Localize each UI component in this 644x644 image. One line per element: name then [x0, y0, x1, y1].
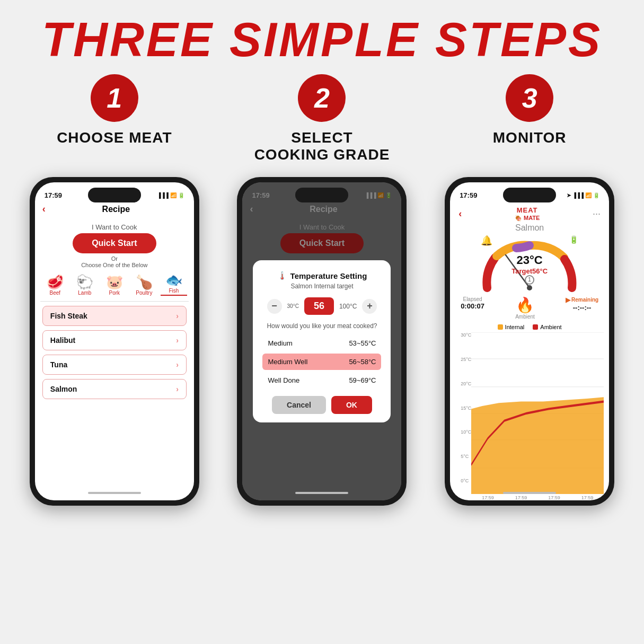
phone-3: 17:59 ➤ ▐▐▐ 📶 🔋 ‹ MEAT 🍖 MATE ··· Salmon — [445, 177, 614, 506]
fish-item-label-3: Salmon — [50, 385, 77, 393]
legend-internal: Internal — [498, 324, 525, 330]
ambient-stat: 🔥 Ambient — [515, 296, 535, 320]
chart-x-axis: 17:59 17:59 17:59 17:59 — [471, 494, 604, 500]
probe-circle: 1 — [525, 275, 534, 285]
remaining-label: ▶ Remaining — [566, 296, 598, 304]
cooking-option-0[interactable]: Medium 53~55°C — [262, 335, 381, 351]
fish-item-0[interactable]: Fish Steak › — [42, 306, 187, 326]
modal-ok-button[interactable]: OK — [331, 396, 372, 414]
modal-title: 🌡️ Temperature Setting — [262, 271, 381, 280]
meat-lamb[interactable]: 🐑 Lamb — [72, 275, 98, 296]
phone-3-header: ‹ MEAT 🍖 MATE ··· — [450, 204, 609, 223]
step-1-col: 1 CHOOSE MEAT — [19, 74, 210, 155]
pork-label: Pork — [109, 290, 120, 296]
chart-y-axis: 30°C 25°C 20°C 15°C 10°C 5°C 0°C — [461, 332, 471, 484]
step-1-label: CHOOSE MEAT — [57, 129, 172, 146]
phone-1-fish-list: Fish Steak › Halibut › Tuna › Salmon › — [35, 306, 194, 399]
phone-3-back-icon[interactable]: ‹ — [458, 208, 462, 219]
fish-label: Fish — [169, 288, 179, 294]
phone-3-legend: Internal Ambient — [450, 322, 609, 332]
y-20: 20°C — [461, 381, 471, 386]
phone-1-meat-icons: 🥩 Beef 🐑 Lamb 🐷 Pork 🍗 Poultry 🐟 — [35, 272, 194, 296]
x-label-0: 17:59 — [482, 495, 494, 500]
y-15: 15°C — [461, 405, 471, 411]
phone-3-stats: Elapsed 0:00:07 🔥 Ambient ▶ Remaining --… — [450, 294, 609, 322]
poultry-label: Poultry — [136, 290, 152, 296]
meat-beef[interactable]: 🥩 Beef — [42, 275, 68, 296]
cooking-option-2[interactable]: Well Done 59~69°C — [262, 372, 381, 389]
temp-min-label: 30°C — [287, 303, 299, 309]
phone-3-status-icons: ➤ ▐▐▐ 📶 🔋 — [567, 192, 599, 198]
phone-1-home-bar — [88, 492, 141, 494]
svg-point-1 — [527, 285, 532, 290]
phone-2-modal-overlay: 🌡️ Temperature Setting Salmon Internal t… — [242, 182, 401, 500]
temp-row: − 30°C 56 100°C + — [262, 297, 381, 315]
temp-plus-button[interactable]: + — [362, 299, 377, 314]
phone-2-screen: 17:59 ▐▐▐ 📶 🔋 ‹ Recipe I Want to Cook Qu… — [242, 182, 401, 500]
phone-2-modal: 🌡️ Temperature Setting Salmon Internal t… — [253, 260, 391, 422]
phone-1-choose-text: Choose One of the Below — [35, 262, 194, 268]
y-25: 25°C — [461, 357, 471, 362]
gauge-probe-num: 1 — [511, 275, 548, 285]
app-title-mate: 🍖 MATE — [515, 215, 540, 221]
quick-start-button-1[interactable]: Quick Start — [73, 233, 156, 253]
elapsed-label: Elapsed — [461, 296, 484, 302]
meat-poultry[interactable]: 🍗 Poultry — [131, 275, 157, 296]
phone-2: 17:59 ▐▐▐ 📶 🔋 ‹ Recipe I Want to Cook Qu… — [237, 177, 407, 506]
phone-3-chart: 30°C 25°C 20°C 15°C 10°C 5°C 0°C — [450, 332, 609, 501]
cooking-name-2: Well Done — [268, 376, 299, 384]
y-30: 30°C — [461, 332, 471, 338]
step-2-label: SELECT COOKING GRADE — [254, 129, 390, 163]
phone-3-app-title: MEAT 🍖 MATE — [515, 207, 540, 220]
step-2-col: 2 SELECT COOKING GRADE — [226, 74, 417, 172]
phone-3-time: 17:59 — [460, 191, 477, 199]
battery-icon: 🔋 — [178, 192, 184, 198]
meat-pork[interactable]: 🐷 Pork — [101, 275, 128, 296]
modal-subtitle: Salmon Internal target — [262, 283, 381, 290]
legend-internal-label: Internal — [505, 324, 525, 330]
signal-icon-3: ▐▐▐ — [572, 192, 584, 198]
poultry-icon: 🍗 — [136, 275, 153, 290]
fish-item-2[interactable]: Tuna › — [42, 355, 187, 375]
fish-item-1[interactable]: Halibut › — [42, 330, 187, 350]
modal-cancel-button[interactable]: Cancel — [272, 396, 326, 414]
x-label-3: 17:59 — [581, 495, 594, 500]
phone-3-home-bar — [503, 492, 556, 494]
elapsed-stat: Elapsed 0:00:07 — [461, 296, 484, 320]
step-3-label: MONITOR — [493, 129, 567, 146]
gauge-center: 23°C Target56°C 1 — [511, 253, 548, 285]
meat-fish[interactable]: 🐟 Fish — [161, 272, 187, 296]
fish-item-label-1: Halibut — [50, 336, 75, 345]
fish-item-arrow-3: › — [176, 385, 179, 393]
fish-item-arrow-2: › — [176, 360, 179, 369]
phone-1-notch — [88, 188, 141, 202]
step-1-number: 1 — [91, 74, 138, 122]
temp-max-label: 100°C — [339, 303, 357, 310]
app-title-meat: MEAT — [517, 207, 538, 214]
elapsed-value: 0:00:07 — [461, 302, 484, 310]
cooking-name-0: Medium — [268, 339, 292, 347]
wifi-icon: 📶 — [170, 192, 177, 198]
phone-3-meat-name: Salmon — [450, 223, 609, 233]
cooking-range-2: 59~69°C — [349, 376, 376, 384]
more-options-icon[interactable]: ··· — [593, 208, 601, 219]
cooking-option-1[interactable]: Medium Well 56~58°C — [262, 354, 381, 370]
fish-item-arrow-0: › — [176, 312, 179, 320]
phone-1-screen-title: Recipe — [46, 205, 187, 214]
phone-1-status-icons: ▐▐▐ 📶 🔋 — [157, 192, 184, 198]
fish-item-arrow-1: › — [176, 336, 179, 345]
beef-label: Beef — [50, 290, 61, 296]
signal-icon: ▐▐▐ — [157, 192, 169, 198]
phone-1-subtitle: I Want to Cook — [35, 218, 194, 233]
notification-icon: 🔔 — [481, 235, 492, 246]
phone-3-gauge: 23°C Target56°C 1 🔔 🔋 — [477, 235, 583, 293]
page-title: THREE SIMPLE STEPS — [42, 16, 602, 64]
step-2-number: 2 — [298, 74, 346, 122]
cooking-options: Medium 53~55°C Medium Well 56~58°C Well … — [262, 335, 381, 389]
temp-minus-button[interactable]: − — [267, 299, 282, 314]
flame-icon: 🔥 — [515, 296, 535, 314]
fish-item-3[interactable]: Salmon › — [42, 379, 187, 399]
legend-ambient-label: Ambient — [540, 324, 561, 330]
phone-1-screen: 17:59 ▐▐▐ 📶 🔋 ‹ Recipe I Want to Cook Qu… — [35, 182, 194, 500]
modal-buttons: Cancel OK — [262, 396, 381, 414]
